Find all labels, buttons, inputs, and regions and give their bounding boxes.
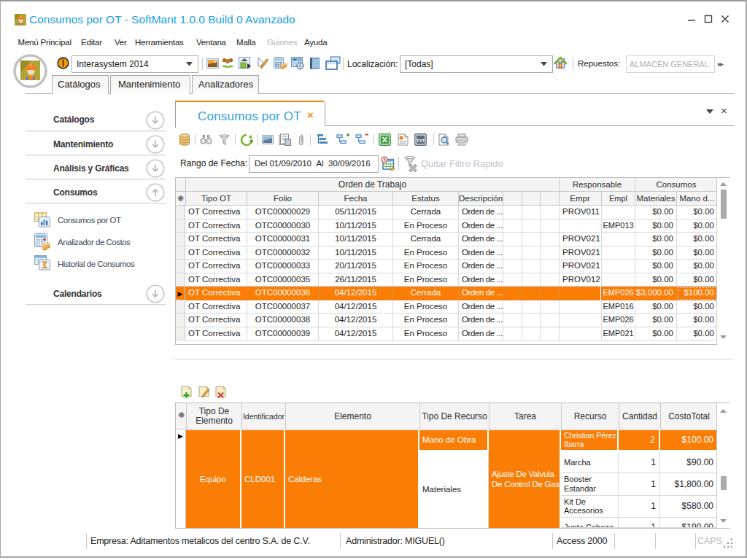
svg-text:TXT: TXT xyxy=(417,139,425,143)
